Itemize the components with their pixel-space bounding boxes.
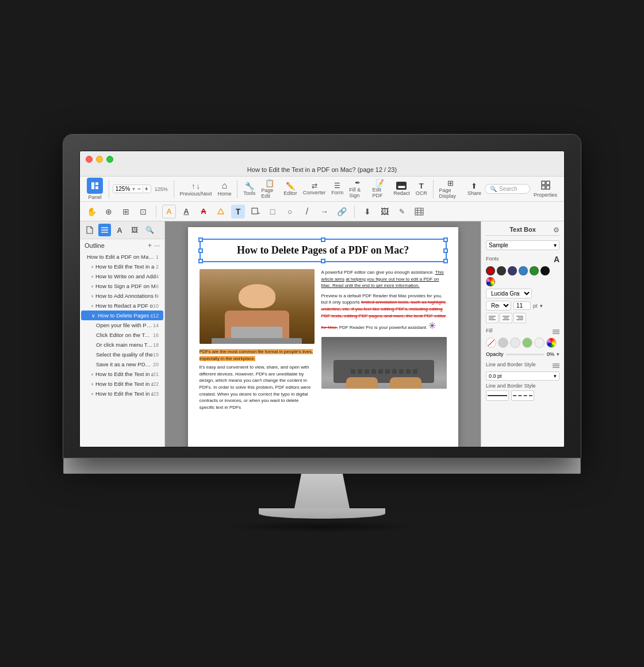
more-outline-btn[interactable]: ··· <box>154 241 160 250</box>
color-green-swatch[interactable] <box>530 266 539 275</box>
outline-item-5[interactable]: ›How to Redact a PDF on Mac? 10 <box>81 301 163 310</box>
panel-icon <box>87 178 103 194</box>
pen-highlight-tool[interactable] <box>214 205 228 218</box>
add-outline-btn[interactable]: + <box>148 241 152 250</box>
fill-sign-button[interactable]: ✒ Fill & Sign <box>349 179 366 198</box>
line-tool[interactable]: / <box>300 205 314 218</box>
align-right-btn[interactable] <box>513 313 526 323</box>
outline-item-6[interactable]: ∨How to Delete Pages of a PDF 12 <box>81 310 163 320</box>
editor-button[interactable]: ✏️ Editor <box>283 182 297 196</box>
align-left-btn[interactable] <box>486 313 499 323</box>
color-navy-swatch[interactable] <box>508 266 517 275</box>
crop-tool[interactable]: ⊡ <box>136 205 150 218</box>
minimize-button[interactable] <box>96 156 103 163</box>
sidebar-files-tab[interactable] <box>83 224 96 236</box>
sidebar-outline-tab[interactable] <box>98 224 111 236</box>
ellipse-tool[interactable]: ○ <box>283 205 297 218</box>
edit-points-tool[interactable]: ✎ <box>395 205 409 218</box>
opacity-bar[interactable] <box>506 354 545 355</box>
fill-light-swatch[interactable] <box>510 338 520 348</box>
table-tool[interactable] <box>412 205 426 218</box>
outline-item-4[interactable]: ›How to Add Annotations to PDF 9 <box>81 291 163 301</box>
highlight-tool[interactable]: A <box>162 205 176 218</box>
form-button[interactable]: ☰ Form <box>331 182 343 195</box>
line-size-value: 0.0 pt <box>489 373 502 379</box>
sticky-note-tool[interactable] <box>248 205 262 218</box>
hand-tool[interactable]: ✋ <box>85 205 98 218</box>
line-dashed-swatch[interactable] <box>511 390 534 401</box>
fill-green-swatch[interactable] <box>522 338 532 348</box>
font-size-input[interactable] <box>513 301 531 310</box>
handle-ml[interactable] <box>198 248 203 253</box>
sidebar-search-tab[interactable]: 🔍 <box>143 224 156 236</box>
text-tool[interactable]: T <box>231 205 245 218</box>
panel-button[interactable]: Panel <box>87 178 103 200</box>
gear-icon[interactable]: ⚙ <box>553 226 559 234</box>
fill-white-swatch[interactable] <box>534 338 545 348</box>
outline-item-0[interactable]: How to Edit a PDF on Mac with PDF 1 <box>81 252 163 262</box>
link-tool[interactable]: 🔗 <box>335 205 348 218</box>
handle-tl[interactable] <box>198 237 203 242</box>
zoom-minus-btn[interactable]: − <box>137 186 141 192</box>
handle-tm[interactable] <box>321 237 325 242</box>
page-display-button[interactable]: ⊞ Page Display <box>439 179 462 199</box>
fill-gray-swatch[interactable] <box>498 338 508 348</box>
outline-item-10[interactable]: Select the quality of the 19 <box>81 350 163 359</box>
strikethrough-tool[interactable]: A <box>197 205 210 218</box>
fill-no-fill-swatch[interactable] <box>486 338 496 348</box>
line-solid-swatch[interactable] <box>486 390 509 401</box>
tools-button[interactable]: 🔧 Tools <box>243 182 255 196</box>
download-tool[interactable]: ⬇ <box>361 205 374 218</box>
handle-bm[interactable] <box>321 259 325 263</box>
outline-item-9[interactable]: Or click main menu Tools -> 18 <box>81 340 163 350</box>
color-black-swatch[interactable] <box>540 266 550 275</box>
page-edit-button[interactable]: 📋 Page Edit <box>261 179 278 199</box>
ocr-button[interactable]: T OCR <box>416 182 427 196</box>
color-red-swatch[interactable] <box>486 266 495 275</box>
edit-pdf-button[interactable]: 📝 Edit PDF <box>372 179 388 198</box>
zoom-control[interactable]: 125% ▾ − | + <box>113 185 151 193</box>
outline-item-11[interactable]: Save it as a new PDF or Share via 20 <box>81 359 163 369</box>
pdf-right-col: A powerful PDF editor can give you enoug… <box>321 269 447 411</box>
handle-bl[interactable] <box>198 259 203 263</box>
outline-item-14[interactable]: ›How to Edit the Text in a PDF 23 <box>81 389 163 398</box>
color-blue-swatch[interactable] <box>519 266 528 275</box>
converter-button[interactable]: ⇄ Converter <box>303 182 326 195</box>
maximize-button[interactable] <box>106 156 113 163</box>
rectangle-tool[interactable]: □ <box>266 205 279 218</box>
color-spectrum-swatch[interactable] <box>486 277 495 286</box>
sidebar-image-tab[interactable]: 🖼 <box>128 224 141 236</box>
font-style-select[interactable]: Regular <box>486 301 511 310</box>
line-style-dropdown[interactable]: 0.0 pt ▾ <box>486 371 559 381</box>
handle-br[interactable] <box>443 259 448 263</box>
sample-dropdown[interactable]: Sample ▾ <box>486 240 559 250</box>
close-button[interactable] <box>86 156 93 163</box>
zoom-plus-btn[interactable]: + <box>145 186 148 192</box>
font-name-select[interactable]: Lucida Grande <box>486 289 532 298</box>
redact-button[interactable]: ▬ Redact <box>393 182 410 196</box>
insert-image-tool[interactable]: 🖼 <box>378 205 392 218</box>
sidebar-text-tab[interactable]: A <box>113 224 126 236</box>
prev-next-button[interactable]: ↑ ↓ Previous/Next <box>179 182 212 197</box>
outline-item-12[interactable]: ›How to Edit the Text in a PDF 21 <box>81 369 163 379</box>
share-button[interactable]: ⬆ Share <box>467 182 481 196</box>
properties-button[interactable]: Properties <box>534 181 557 198</box>
outline-item-2[interactable]: ›How to Write on and Add Text to a 4 <box>81 271 163 281</box>
underline-tool[interactable]: A <box>179 205 193 218</box>
outline-item-8[interactable]: Click Editor on the Toolbar, and 16 <box>81 330 163 340</box>
align-center-btn[interactable] <box>500 313 512 323</box>
arrow-tool[interactable]: → <box>317 205 331 218</box>
color-darkgray-swatch[interactable] <box>497 266 506 275</box>
handle-mr[interactable] <box>443 248 448 253</box>
pdf-title-box[interactable]: How to Delete Pages of a PDF on Mac? <box>200 239 447 262</box>
fill-spectrum-swatch[interactable] <box>546 338 557 348</box>
outline-item-1[interactable]: ›How to Edit the Text in a PDF 2 <box>81 262 163 271</box>
handle-tr[interactable] <box>443 237 448 242</box>
search-bar[interactable]: 🔍 Search <box>485 184 530 194</box>
outline-item-13[interactable]: ›How to Edit the Text in a PDF 22 <box>81 379 163 389</box>
outline-item-3[interactable]: ›How to Sign a PDF on Mac? 6 <box>81 281 163 291</box>
crosshair-tool[interactable]: ⊞ <box>119 205 133 218</box>
marquee-zoom-tool[interactable]: ⊕ <box>102 205 116 218</box>
outline-item-7[interactable]: Open your file with PDF Reader 14 <box>81 320 163 330</box>
home-button[interactable]: ⌂ Home <box>217 181 231 197</box>
